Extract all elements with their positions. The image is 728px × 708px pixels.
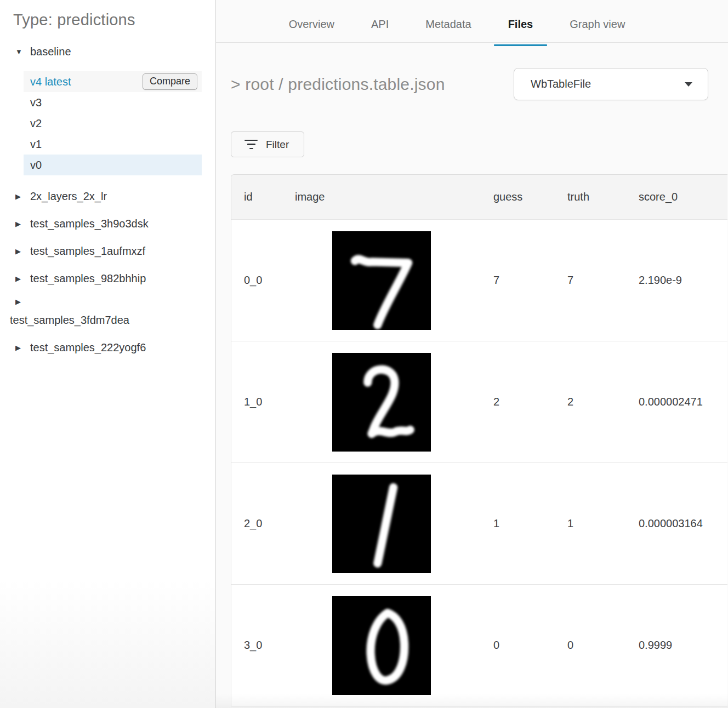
- cell-image: [282, 353, 481, 452]
- column-header-image[interactable]: image: [282, 191, 481, 203]
- breadcrumb-row: > root / predictions.table.json WbTableF…: [231, 68, 708, 100]
- chevron-down-icon[interactable]: ▼: [15, 48, 23, 55]
- artifact-name: baseline: [30, 45, 71, 58]
- tab-graph-view[interactable]: Graph view: [570, 7, 625, 42]
- filter-button[interactable]: Filter: [231, 132, 304, 157]
- chevron-right-icon[interactable]: ▶: [15, 248, 23, 255]
- cell-score-0: 0.9999: [626, 639, 727, 652]
- version-item-v3[interactable]: v3: [24, 92, 202, 113]
- sidebar-item-baseline[interactable]: ▼baseline: [0, 45, 215, 58]
- tab-overview[interactable]: Overview: [289, 7, 334, 42]
- chevron-right-icon[interactable]: ▶: [15, 193, 23, 200]
- cell-score-0: 2.190e-9: [626, 274, 727, 287]
- sidebar-item-test-samples-1aufmxzf[interactable]: ▶test_samples_1aufmxzf: [0, 245, 215, 258]
- cell-image: [282, 475, 481, 573]
- predictions-table: idimageguesstruthscore_00_0772.190e-91_0…: [231, 174, 727, 706]
- column-header-truth[interactable]: truth: [555, 191, 626, 203]
- mnist-digit-image[interactable]: [332, 353, 431, 452]
- file-type-dropdown[interactable]: WbTableFile: [514, 68, 708, 100]
- sidebar-item-test-samples-3h9o3dsk[interactable]: ▶test_samples_3h9o3dsk: [0, 218, 215, 230]
- table-row: 2_0110.000003164: [231, 463, 727, 585]
- chevron-right-icon[interactable]: ▶: [15, 298, 23, 305]
- version-item-v4[interactable]: v4 latestCompare: [24, 71, 202, 92]
- version-label[interactable]: v4 latest: [30, 76, 71, 88]
- filter-icon: [244, 140, 258, 150]
- cell-truth: 0: [555, 639, 626, 652]
- column-header-score-0[interactable]: score_0: [626, 191, 727, 203]
- version-label[interactable]: v3: [30, 96, 42, 109]
- cell-id: 1_0: [231, 396, 282, 408]
- artifact-name: 2x_layers_2x_lr: [30, 190, 107, 203]
- column-header-guess[interactable]: guess: [481, 191, 555, 203]
- tab-bar: OverviewAPIMetadataFilesGraph view: [216, 0, 728, 43]
- table-row: 1_0220.000002471: [231, 341, 727, 463]
- artifact-name: test_samples_1aufmxzf: [30, 245, 145, 258]
- version-label[interactable]: v1: [30, 138, 42, 151]
- tab-files[interactable]: Files: [508, 7, 533, 42]
- artifact-name: test_samples_982bhhip: [30, 272, 146, 285]
- sidebar-item-test-samples-222yogf6[interactable]: ▶test_samples_222yogf6: [0, 341, 215, 354]
- artifact-name: test_samples_222yogf6: [30, 341, 146, 354]
- version-item-v2[interactable]: v2: [24, 113, 202, 134]
- mnist-digit-image[interactable]: [332, 231, 431, 330]
- sidebar-item-test-samples-982bhhip[interactable]: ▶test_samples_982bhhip: [0, 272, 215, 285]
- table-row: 3_0000.9999: [231, 585, 727, 706]
- cell-image: [282, 596, 481, 695]
- sidebar-title: Type: predictions: [13, 11, 215, 29]
- cell-score-0: 0.000003164: [626, 517, 727, 530]
- table-header-row: idimageguesstruthscore_0: [231, 175, 727, 220]
- artifact-tree: ▼baselinev4 latestComparev3v2v1v0▶2x_lay…: [0, 45, 215, 354]
- cell-guess: 1: [481, 517, 555, 530]
- artifact-name: test_samples_3h9o3dsk: [30, 218, 149, 230]
- cell-truth: 2: [555, 396, 626, 408]
- chevron-right-icon[interactable]: ▶: [15, 220, 23, 227]
- mnist-digit-image[interactable]: [332, 475, 431, 573]
- mnist-digit-image[interactable]: [332, 596, 431, 695]
- cell-guess: 0: [481, 639, 555, 652]
- version-label[interactable]: v2: [30, 117, 42, 130]
- cell-id: 2_0: [231, 517, 282, 530]
- version-item-v0[interactable]: v0: [24, 155, 202, 175]
- cell-truth: 7: [555, 274, 626, 287]
- chevron-right-icon[interactable]: ▶: [15, 344, 23, 351]
- artifact-name: test_samples_3fdm7dea: [10, 314, 215, 327]
- breadcrumb[interactable]: > root / predictions.table.json: [231, 75, 445, 94]
- chevron-right-icon[interactable]: ▶: [15, 275, 23, 282]
- sidebar-item-test-samples-3fdm7dea[interactable]: ▶test_samples_3fdm7dea: [0, 298, 215, 327]
- filter-button-label: Filter: [266, 139, 289, 151]
- compare-button[interactable]: Compare: [143, 73, 197, 90]
- cell-image: [282, 231, 481, 330]
- tab-metadata[interactable]: Metadata: [425, 7, 471, 42]
- cell-id: 0_0: [231, 274, 282, 287]
- chevron-down-icon: [685, 82, 692, 87]
- cell-id: 3_0: [231, 639, 282, 652]
- files-content: > root / predictions.table.json WbTableF…: [216, 43, 728, 708]
- file-type-value: WbTableFile: [531, 78, 591, 90]
- artifact-sidebar: Type: predictions ▼baselinev4 latestComp…: [0, 0, 216, 708]
- cell-guess: 7: [481, 274, 555, 287]
- tab-api[interactable]: API: [371, 7, 389, 42]
- column-header-id[interactable]: id: [231, 191, 282, 203]
- version-item-v1[interactable]: v1: [24, 134, 202, 155]
- table-row: 0_0772.190e-9: [231, 220, 727, 341]
- cell-score-0: 0.000002471: [626, 396, 727, 408]
- cell-truth: 1: [555, 517, 626, 530]
- sidebar-item-2x-layers-2x-lr[interactable]: ▶2x_layers_2x_lr: [0, 190, 215, 203]
- artifact-browser: Type: predictions ▼baselinev4 latestComp…: [0, 0, 728, 708]
- version-label[interactable]: v0: [30, 159, 42, 172]
- main-panel: OverviewAPIMetadataFilesGraph view > roo…: [216, 0, 728, 708]
- cell-guess: 2: [481, 396, 555, 408]
